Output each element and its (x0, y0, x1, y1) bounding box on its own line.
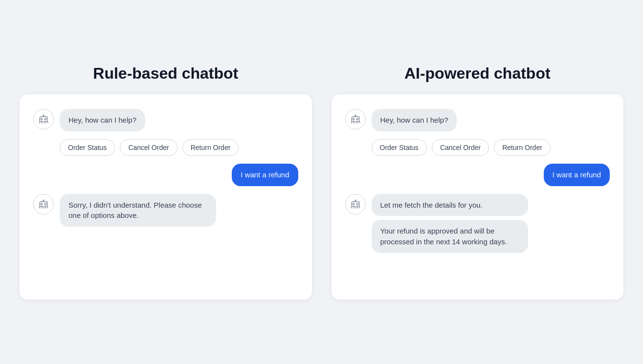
svg-point-2 (44, 118, 46, 120)
comparison-container: Rule-based chatbot (20, 64, 623, 300)
svg-line-33 (359, 207, 359, 208)
svg-line-5 (39, 122, 40, 123)
left-chat-window: Hey, how can I help? Order Status Cancel… (20, 94, 312, 300)
left-bot-greeting-row: Hey, how can I help? (33, 109, 298, 131)
svg-point-10 (41, 203, 42, 205)
right-bot-response-bubble-1: Let me fetch the details for you. (372, 194, 528, 216)
left-user-message-row: I want a refund (33, 164, 298, 186)
right-bot-avatar (345, 109, 366, 129)
svg-line-15 (47, 207, 48, 208)
right-quick-replies: Order Status Cancel Order Return Order (372, 139, 610, 156)
svg-point-13 (43, 199, 44, 200)
svg-point-11 (44, 203, 46, 205)
right-user-message-row: I want a refund (345, 164, 610, 186)
left-quick-replies: Order Status Cancel Order Return Order (60, 139, 298, 156)
left-return-order-btn[interactable]: Return Order (182, 139, 239, 156)
svg-point-31 (355, 199, 356, 200)
svg-line-32 (351, 207, 351, 208)
right-bot-response-bubble-2: Your refund is approved and will be proc… (372, 220, 528, 253)
left-panel-title: Rule-based chatbot (93, 64, 238, 83)
right-bot-bubbles: Let me fetch the details for you. Your r… (372, 194, 528, 253)
svg-point-28 (353, 203, 354, 205)
left-bot-response-row: Sorry, I didn't understand. Please choos… (33, 194, 298, 227)
svg-point-29 (356, 203, 358, 205)
right-order-status-btn[interactable]: Order Status (372, 139, 427, 156)
svg-line-14 (39, 207, 40, 208)
left-cancel-order-btn[interactable]: Cancel Order (120, 139, 177, 156)
right-user-bubble: I want a refund (544, 164, 610, 186)
left-user-bubble: I want a refund (232, 164, 298, 186)
right-bot-response-row: Let me fetch the details for you. Your r… (345, 194, 610, 253)
svg-line-23 (351, 122, 351, 123)
right-bot-greeting-row: Hey, how can I help? (345, 109, 610, 131)
left-greeting-bubble: Hey, how can I help? (60, 109, 145, 131)
svg-point-19 (353, 118, 354, 120)
svg-point-4 (43, 115, 44, 116)
svg-point-1 (41, 118, 42, 120)
right-panel: AI-powered chatbot (332, 64, 624, 300)
left-bot-avatar-2 (33, 194, 54, 214)
svg-line-6 (47, 122, 48, 123)
right-panel-title: AI-powered chatbot (404, 64, 551, 83)
right-cancel-order-btn[interactable]: Cancel Order (432, 139, 489, 156)
right-greeting-bubble: Hey, how can I help? (372, 109, 457, 131)
svg-line-24 (359, 122, 359, 123)
left-bot-response-bubble: Sorry, I didn't understand. Please choos… (60, 194, 216, 227)
left-order-status-btn[interactable]: Order Status (60, 139, 115, 156)
svg-point-20 (356, 118, 358, 120)
right-chat-window: Hey, how can I help? Order Status Cancel… (332, 94, 624, 300)
left-bot-avatar (33, 109, 54, 129)
left-panel: Rule-based chatbot (20, 64, 312, 300)
svg-point-22 (355, 115, 356, 116)
right-return-order-btn[interactable]: Return Order (494, 139, 551, 156)
right-bot-avatar-2 (345, 194, 366, 214)
